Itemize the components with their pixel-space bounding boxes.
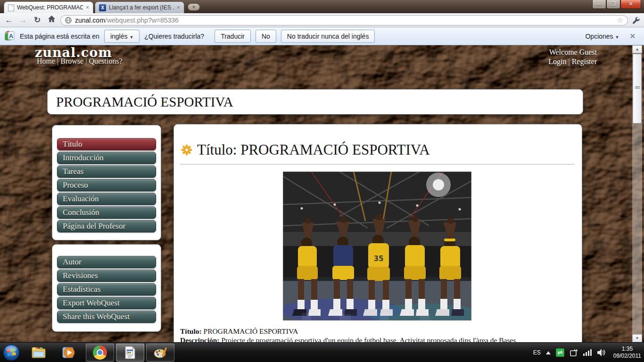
wrench-icon[interactable]: [632, 16, 640, 25]
paint-icon: [153, 346, 168, 360]
site-nav: Home | Browse | Questions?: [37, 57, 123, 66]
close-button[interactable]: ✕: [620, 0, 641, 9]
minimize-button[interactable]: —: [592, 0, 606, 9]
tab-close-icon[interactable]: ×: [86, 5, 89, 10]
clock[interactable]: 1:35 09/02/2011: [611, 346, 641, 360]
taskbar-paint-button[interactable]: [146, 344, 174, 362]
title-value: PROGRAMACIÓ ESPORTIVA: [204, 327, 298, 335]
url-path: /webquest.php?w=85336: [105, 16, 179, 24]
bookmark-star-icon[interactable]: ☆: [617, 16, 623, 25]
description-label: Descripción:: [180, 336, 220, 342]
tab-llancat[interactable]: X Llança't a fer esport (IES ... ×: [95, 1, 184, 13]
translate-infobar: A Esta página está escrita en inglés ▼ ¿…: [0, 27, 644, 45]
tab-close-icon[interactable]: ×: [177, 5, 180, 10]
content-caption: Título: PROGRAMACIÓ ESPORTIVA Descripció…: [180, 327, 574, 342]
taskbar-mediaplayer-button[interactable]: [55, 344, 83, 362]
browser-tab-strip: WebQuest: PROGRAMAC... × X Llança't a fe…: [0, 0, 644, 13]
scroll-down-icon[interactable]: ▼: [632, 334, 642, 342]
media-player-icon: [61, 346, 76, 360]
sidebar-item-proceso[interactable]: Proceso: [57, 179, 156, 191]
page-scrollbar[interactable]: ▲ ▼: [632, 45, 642, 342]
options-dropdown[interactable]: Opciones ▼: [585, 33, 619, 40]
main-content-panel: Título: PROGRAMACIÓ ESPORTIVA: [173, 124, 582, 342]
sidebar-item-pagina-profesor[interactable]: Página del Profesor: [57, 220, 156, 232]
webquest-title: PROGRAMACIÓ ESPORTIVA: [48, 94, 233, 110]
document-icon: [124, 346, 136, 360]
taskbar-chrome-button[interactable]: [86, 344, 114, 362]
svg-text:A: A: [9, 32, 14, 39]
sidebar-item-evaluacion[interactable]: Evaluación: [57, 193, 156, 205]
tab-title: WebQuest: PROGRAMAC...: [17, 4, 83, 11]
sidebar-item-introduccion[interactable]: Introducción: [57, 152, 156, 164]
language-dropdown[interactable]: inglés ▼: [104, 30, 140, 43]
home-icon[interactable]: [46, 15, 57, 25]
sidebar-item-titulo[interactable]: Título: [57, 138, 156, 150]
power-plug-tray-icon[interactable]: [570, 348, 578, 357]
sidebar-item-revisiones[interactable]: Revisiones: [57, 270, 156, 282]
site-user-area: Welcome Guest Login | Register: [548, 48, 597, 66]
nav-home-link[interactable]: Home: [37, 57, 55, 65]
language-indicator[interactable]: ES: [533, 349, 541, 356]
restore-button[interactable]: ❐: [606, 0, 620, 9]
never-translate-button[interactable]: No traducir nunca del inglés: [281, 30, 375, 43]
ies-favicon-icon: X: [99, 4, 106, 11]
sidebar-item-share-webquest[interactable]: Share this WebQuest: [57, 311, 156, 323]
sidebar-item-tareas[interactable]: Tareas: [57, 165, 156, 178]
chrome-icon: [93, 346, 107, 360]
window-controls: — ❐ ✕: [592, 0, 641, 9]
scroll-up-icon[interactable]: ▲: [632, 45, 642, 53]
register-link[interactable]: Register: [572, 58, 597, 66]
page-favicon-icon: [8, 4, 14, 11]
webquest-title-panel: PROGRAMACIÓ ESPORTIVA: [47, 89, 583, 115]
taskbar-explorer-button[interactable]: [25, 344, 53, 362]
network-signal-tray-icon[interactable]: [583, 349, 592, 356]
reload-icon[interactable]: ↻: [32, 15, 42, 25]
explorer-folder-icon: [31, 346, 46, 359]
hidden-icons-arrow[interactable]: [546, 351, 551, 354]
url-domain: zunal.com: [75, 16, 105, 24]
tab-title: Llança't a fer esport (IES ...: [109, 4, 174, 11]
scrollbar-thumb[interactable]: [633, 54, 642, 123]
nav-questions-link[interactable]: Questions?: [89, 57, 122, 65]
asterisk-flower-icon: [181, 144, 192, 156]
heading-divider: [180, 164, 574, 165]
system-tray: ES 1:35 09/02/2011: [533, 343, 641, 362]
browser-toolbar: ← → ↻ zunal.com/webquest.php?w=85336 ☆: [0, 13, 644, 27]
new-tab-button[interactable]: +: [188, 3, 200, 11]
sync-tray-icon[interactable]: [556, 348, 564, 357]
tab-webquest[interactable]: WebQuest: PROGRAMAC... ×: [4, 1, 93, 13]
tray-date: 09/02/2011: [613, 353, 641, 360]
no-button[interactable]: No: [256, 30, 276, 43]
sidebar-item-autor[interactable]: Autor: [57, 256, 156, 268]
tray-time: 1:35: [613, 346, 641, 353]
sidebar-item-conclusion[interactable]: Conclusión: [57, 206, 156, 219]
infobar-close-icon[interactable]: ✕: [629, 32, 636, 41]
sidebar-item-estadisticas[interactable]: Estadísticas: [57, 283, 156, 296]
login-link[interactable]: Login: [548, 58, 566, 66]
description-value: Projecte de programació esportiva d'un e…: [221, 336, 516, 342]
sidebar-tools-panel: Autor Revisiones Estadísticas Export Web…: [52, 244, 161, 332]
start-button[interactable]: [2, 344, 20, 362]
title-label: Título:: [180, 327, 202, 335]
address-bar[interactable]: zunal.com/webquest.php?w=85336 ☆: [60, 15, 628, 25]
infobar-question: ¿Quieres traducirla?: [144, 33, 204, 40]
welcome-text: Welcome Guest: [548, 48, 597, 57]
webquest-photo: 35: [283, 172, 471, 321]
content-heading: Título: PROGRAMACIÓ ESPORTIVA: [197, 141, 430, 158]
page-viewport: zunal.com Home | Browse | Questions? Wel…: [0, 45, 644, 342]
nav-browse-link[interactable]: Browse: [60, 57, 83, 65]
svg-text:35: 35: [374, 255, 384, 263]
translate-button[interactable]: Traducir: [215, 30, 251, 43]
windows-taskbar: ES 1:35 09/02/2011: [0, 342, 644, 362]
sidebar-menu-panel: Título Introducción Tareas Proceso Evalu…: [52, 125, 161, 240]
taskbar-document-button[interactable]: [116, 344, 144, 362]
sidebar-item-export-webquest[interactable]: Export WebQuest: [57, 297, 156, 309]
infobar-message: Esta página está escrita en: [20, 33, 99, 40]
forward-icon[interactable]: →: [18, 16, 28, 25]
translate-icon: A: [5, 31, 15, 42]
globe-icon: [65, 17, 72, 24]
volume-tray-icon[interactable]: [597, 349, 605, 356]
back-icon[interactable]: ←: [4, 16, 14, 25]
